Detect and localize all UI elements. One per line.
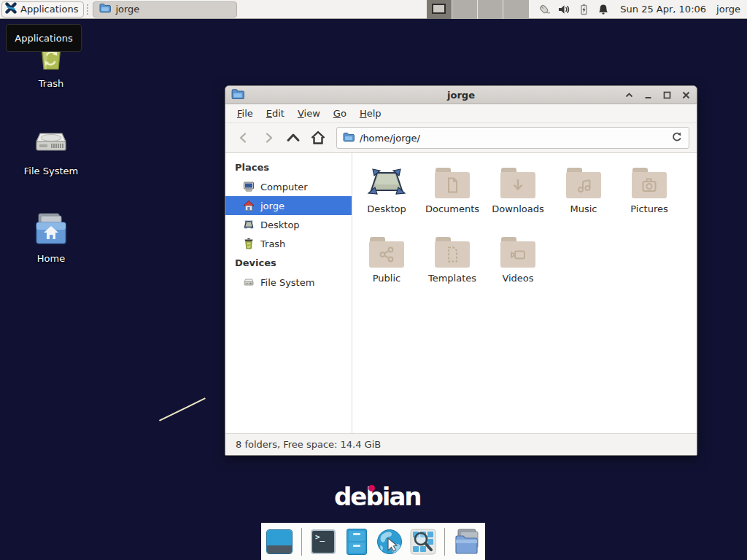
taskbar-grip[interactable] <box>87 4 90 15</box>
file-manager-window: jorge File Edit View Go Help <box>225 85 697 456</box>
home-icon <box>243 200 255 211</box>
app-finder-icon[interactable] <box>409 527 438 556</box>
downloads-folder-icon <box>485 163 551 203</box>
volume-icon[interactable] <box>557 3 570 16</box>
taskbar-window-label: jorge <box>115 4 139 15</box>
desktop-icon <box>243 219 255 230</box>
sidebar-item-file-system[interactable]: File System <box>225 273 352 292</box>
mouse-icon[interactable] <box>538 3 551 16</box>
sidebar-item-desktop[interactable]: Desktop <box>225 215 352 234</box>
show-desktop-icon[interactable] <box>266 527 294 556</box>
folder-label: Documents <box>419 203 485 214</box>
sidebar-item-trash[interactable]: Trash <box>225 234 352 253</box>
web-browser-icon[interactable] <box>376 527 404 556</box>
taskbar-window-button[interactable]: jorge <box>93 1 237 18</box>
pictures-folder-icon <box>616 163 682 203</box>
folder-item-templates[interactable]: Templates <box>419 232 485 289</box>
notifications-bell-icon[interactable] <box>597 3 610 16</box>
home-folder-icon <box>16 211 86 246</box>
public-folder-icon <box>354 232 419 273</box>
battery-charging-icon[interactable] <box>577 3 590 16</box>
system-tray <box>538 3 610 16</box>
folder-label: Videos <box>485 273 551 284</box>
applications-tooltip: Applications <box>6 24 82 52</box>
places-header: Places <box>225 158 352 177</box>
desktop-icon-home[interactable]: Home <box>16 211 86 264</box>
music-folder-icon <box>551 163 616 203</box>
workspace-window-preview <box>432 4 446 14</box>
menu-go[interactable]: Go <box>327 105 353 122</box>
file-cabinet-icon[interactable] <box>342 527 371 556</box>
drive-icon <box>16 124 86 159</box>
desktop-icon <box>354 163 419 203</box>
workspace-1[interactable] <box>427 0 452 19</box>
sidebar-item-label: File System <box>260 277 314 288</box>
terminal-icon[interactable]: >_ <box>309 527 338 556</box>
desktop-icon-file-system[interactable]: File System <box>16 124 86 176</box>
maximize-button[interactable] <box>662 90 672 100</box>
menu-edit[interactable]: Edit <box>260 105 291 122</box>
workspace-2[interactable] <box>452 0 478 19</box>
back-button[interactable] <box>233 128 255 148</box>
folder-item-desktop[interactable]: Desktop <box>354 163 419 219</box>
minimize-button[interactable] <box>643 90 653 100</box>
shade-button[interactable] <box>624 90 634 100</box>
top-panel: Applications jorge <box>0 0 747 19</box>
tooltip-text: Applications <box>15 33 72 44</box>
folder-label: Desktop <box>354 203 419 214</box>
reload-icon[interactable] <box>671 131 683 145</box>
stray-line-artifact <box>159 397 206 421</box>
folder-label: Public <box>354 273 419 284</box>
sidebar-item-label: Trash <box>260 238 285 249</box>
home-button[interactable] <box>307 128 329 148</box>
folder-item-documents[interactable]: Documents <box>419 163 485 219</box>
forward-button[interactable] <box>258 128 279 148</box>
window-titlebar[interactable]: jorge <box>225 86 697 104</box>
workspace-3[interactable] <box>478 0 503 19</box>
up-button[interactable] <box>282 128 304 148</box>
workspace-switcher <box>427 0 529 19</box>
folder-item-downloads[interactable]: Downloads <box>485 163 551 219</box>
close-button[interactable] <box>681 90 691 100</box>
debian-wordmark: debian <box>334 482 421 511</box>
dock-separator <box>444 528 445 556</box>
workspace-4[interactable] <box>503 0 529 19</box>
sidebar-item-label: Computer <box>260 182 308 192</box>
panel-user-label[interactable]: jorge <box>716 4 740 15</box>
menu-view[interactable]: View <box>291 105 327 122</box>
taskbar-folder-icon <box>99 3 111 15</box>
desktop-icon-label: File System <box>16 166 86 176</box>
videos-folder-icon <box>485 232 551 273</box>
path-bar[interactable]: /home/jorge/ <box>336 127 689 149</box>
menu-file[interactable]: File <box>231 105 260 122</box>
menu-help[interactable]: Help <box>353 105 388 122</box>
folder-label: Music <box>551 203 616 214</box>
desktop-icon-label: Trash <box>16 78 86 89</box>
panel-clock[interactable]: Sun 25 Apr, 10:06 <box>620 4 706 15</box>
toolbar: /home/jorge/ <box>225 123 697 153</box>
debian-red-dot <box>368 485 375 491</box>
path-folder-icon <box>343 132 355 144</box>
devices-header: Devices <box>225 253 352 273</box>
sidebar-item-jorge[interactable]: jorge <box>225 196 352 215</box>
sidebar-item-label: Desktop <box>260 219 300 230</box>
applications-logo-icon <box>5 2 17 16</box>
templates-folder-icon <box>419 232 485 273</box>
file-list-view[interactable]: Desktop Documents <box>352 153 697 433</box>
folder-icon[interactable] <box>452 527 481 556</box>
window-folder-icon <box>231 88 244 102</box>
drive-icon <box>243 276 255 288</box>
folder-item-music[interactable]: Music <box>551 163 616 219</box>
folder-item-pictures[interactable]: Pictures <box>616 163 682 219</box>
sidebar-item-computer[interactable]: Computer <box>225 177 352 196</box>
folder-item-videos[interactable]: Videos <box>485 232 551 289</box>
applications-menu-button[interactable]: Applications <box>1 1 84 18</box>
folder-item-public[interactable]: Public <box>354 232 419 289</box>
debian-logo: debian <box>334 482 421 511</box>
side-pane: Places Computer <box>225 153 352 433</box>
computer-icon <box>243 181 255 192</box>
status-text: 8 folders, Free space: 14.4 GiB <box>236 439 381 450</box>
path-text[interactable]: /home/jorge/ <box>360 133 666 144</box>
bottom-dock: >_ <box>261 523 485 560</box>
folder-label: Templates <box>419 273 485 284</box>
